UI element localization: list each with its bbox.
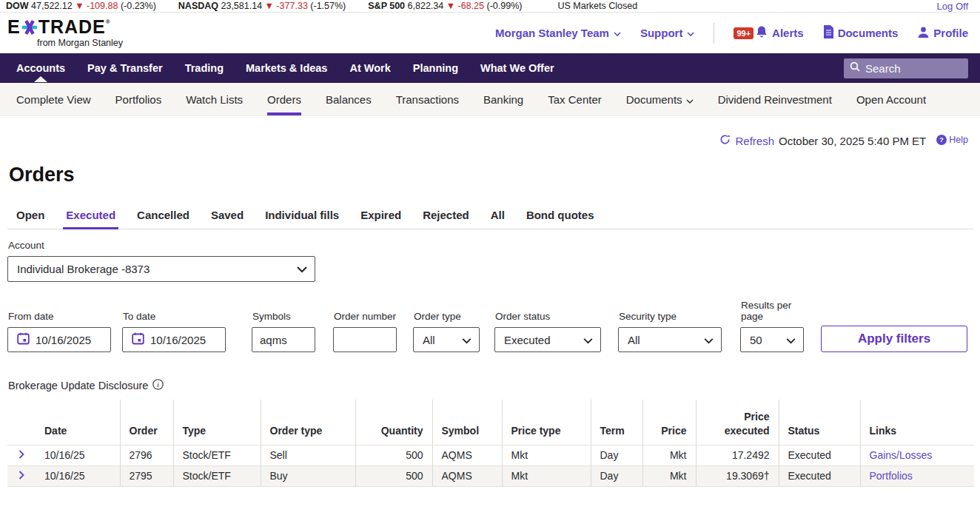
log-off-link[interactable]: Log Off (937, 1, 968, 12)
subnav-item-complete-view[interactable]: Complete View (16, 83, 91, 115)
column-header-order: Order (120, 400, 173, 445)
subnav-item-balances[interactable]: Balances (326, 83, 372, 115)
cell-order: 2796 (120, 445, 173, 465)
logo-text-trade: TRADE (38, 18, 106, 36)
tab-bond-quotes[interactable]: Bond quotes (523, 206, 597, 229)
help-icon: ? (936, 135, 947, 147)
cell-symbol: AQMS (432, 465, 502, 486)
cell-quantity: 500 (355, 445, 432, 465)
cell-term: Day (591, 445, 642, 465)
tab-executed[interactable]: Executed (63, 206, 118, 229)
tab-expired[interactable]: Expired (358, 206, 404, 229)
expand-chevron-icon[interactable] (7, 445, 36, 465)
tab-saved[interactable]: Saved (208, 206, 246, 229)
row-link-gains-losses[interactable]: Gains/Losses (870, 449, 933, 461)
ticker-index-nasdaq: NASDAQ 23,581.14 ▼ -377.33 (-1.57%) (178, 1, 346, 11)
nav-item-planning[interactable]: Planning (413, 54, 458, 82)
account-select[interactable]: Individual Brokerage -8373 (7, 256, 315, 282)
column-header-type: Type (173, 400, 261, 445)
refresh-button[interactable]: Refresh (719, 134, 774, 147)
market-status: US Markets Closed (557, 1, 637, 11)
brokerage-update-disclosure: Brokerage Update Disclosure i (8, 379, 973, 392)
cell-price_executed: 17.2492 (696, 445, 779, 465)
cell-order_type: Sell (261, 445, 355, 465)
tab-all[interactable]: All (488, 206, 508, 229)
chevron-down-icon (786, 334, 796, 346)
from-date-input[interactable]: 10/16/2025 (7, 327, 111, 352)
subnav-item-watch-lists[interactable]: Watch Lists (186, 83, 243, 115)
cell-status: Executed (779, 445, 860, 465)
profile-button[interactable]: Profile (917, 26, 968, 41)
info-icon[interactable]: i (152, 379, 164, 392)
column-header-symbol: Symbol (432, 400, 502, 445)
chevron-down-icon (704, 334, 714, 346)
chevron-down-icon (614, 32, 621, 36)
down-arrow-icon: ▼ (446, 1, 455, 11)
order-number-input[interactable] (333, 327, 397, 352)
morgan-stanley-team-menu[interactable]: Morgan Stanley Team (495, 27, 621, 39)
primary-navigation: AccountsPay & TransferTradingMarkets & I… (0, 53, 980, 83)
calendar-icon (132, 332, 144, 347)
chevron-down-icon (687, 32, 694, 36)
cell-order_type: Buy (261, 465, 355, 486)
order-type-select[interactable]: All (413, 327, 480, 352)
svg-text:?: ? (940, 136, 944, 144)
subnav-item-documents[interactable]: Documents (626, 83, 694, 115)
svg-text:i: i (158, 381, 160, 388)
down-arrow-icon: ▼ (75, 1, 84, 11)
chevron-down-icon (297, 263, 307, 275)
symbols-input[interactable] (252, 327, 315, 352)
cell-order: 2795 (120, 465, 173, 486)
column-header-term: Term (591, 400, 642, 445)
nav-item-markets-ideas[interactable]: Markets & Ideas (246, 54, 327, 82)
nav-item-accounts[interactable]: Accounts (16, 54, 65, 82)
cell-date: 10/16/25 (36, 465, 120, 486)
support-menu[interactable]: Support (640, 27, 695, 39)
subnav-item-banking[interactable]: Banking (483, 83, 523, 115)
documents-button[interactable]: Documents (823, 25, 899, 41)
cell-price_type: Mkt (502, 445, 591, 465)
cell-symbol: AQMS (432, 445, 502, 465)
subnav-item-tax-center[interactable]: Tax Center (548, 83, 602, 115)
nav-item-what-we-offer[interactable]: What We Offer (480, 54, 554, 82)
ticker-indices: DOW 47,522.12 ▼ -109.88 (-0.23%)NASDAQ 2… (6, 1, 522, 11)
subnav-item-open-account[interactable]: Open Account (856, 83, 926, 115)
subnav-item-orders[interactable]: Orders (267, 83, 301, 115)
logo-tagline: from Morgan Stanley (37, 38, 123, 48)
global-search[interactable] (844, 58, 968, 78)
nav-item-at-work[interactable]: At Work (349, 54, 390, 82)
help-button[interactable]: ? Help (936, 135, 968, 147)
table-header-row: DateOrderTypeOrder typeQuantitySymbolPri… (7, 400, 974, 445)
row-link-portfolios[interactable]: Portfolios (870, 470, 913, 482)
security-type-select[interactable]: All (618, 327, 722, 352)
nav-item-trading[interactable]: Trading (185, 54, 224, 82)
column-header-quantity: Quantity (355, 400, 432, 445)
to-date-input[interactable]: 10/16/2025 (122, 327, 226, 352)
tab-open[interactable]: Open (13, 206, 47, 229)
ticker-index-dow: DOW 47,522.12 ▼ -109.88 (-0.23%) (6, 1, 156, 11)
tab-individual-fills[interactable]: Individual fills (262, 206, 342, 229)
cell-price_type: Mkt (502, 465, 591, 486)
cell-price: Mkt (642, 445, 696, 465)
person-icon (917, 26, 930, 41)
nav-item-pay-transfer[interactable]: Pay & Transfer (87, 54, 163, 82)
column-header-price_executed: Price executed (696, 400, 779, 445)
tab-cancelled[interactable]: Cancelled (134, 206, 192, 229)
tab-rejected[interactable]: Rejected (420, 206, 472, 229)
ticker-index-s-p-500: S&P 500 6,822.34 ▼ -68.25 (-0.99%) (368, 1, 522, 11)
alerts-count-badge: 99+ (734, 27, 754, 39)
apply-filters-button[interactable]: Apply filters (821, 326, 967, 352)
expand-chevron-icon[interactable] (7, 465, 36, 486)
results-per-page-select[interactable]: 50 (740, 327, 804, 352)
column-header-expand (7, 400, 36, 445)
order-status-select[interactable]: Executed (494, 327, 601, 352)
search-icon (850, 61, 860, 75)
search-input[interactable] (865, 62, 954, 75)
subnav-item-portfolios[interactable]: Portfolios (115, 83, 162, 115)
active-nav-caret (34, 76, 47, 82)
subnav-item-transactions[interactable]: Transactions (396, 83, 459, 115)
subnav-item-dividend-reinvestment[interactable]: Dividend Reinvestment (718, 83, 832, 115)
alerts-button[interactable]: 99+ Alerts (734, 25, 803, 41)
etrade-logo[interactable]: E TRADE ® from Morgan Stanley (7, 18, 123, 48)
cell-price: Mkt (642, 465, 696, 486)
